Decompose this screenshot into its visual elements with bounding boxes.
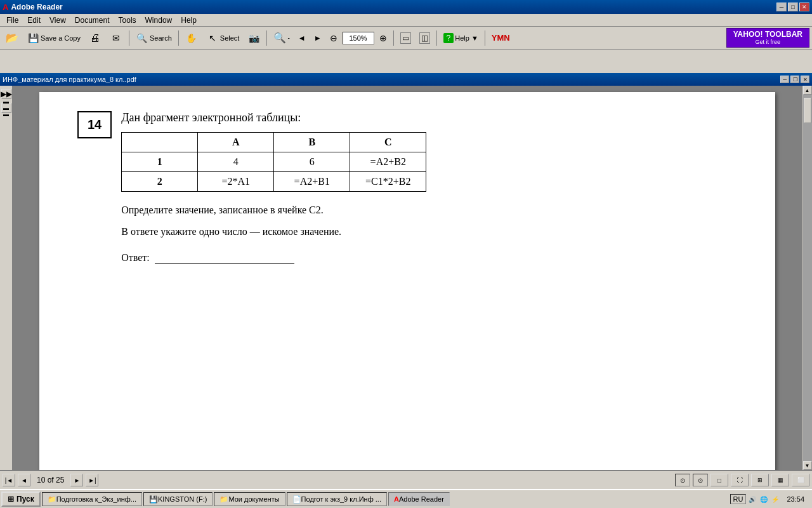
page-content: 14 Дан фрагмент электронной таблицы: A B… [39, 92, 775, 470]
zoom-prev-button[interactable]: ◄ [295, 29, 309, 47]
scroll-up-button[interactable]: ▲ [803, 86, 812, 95]
folder-icon-3: 📁 [219, 495, 228, 504]
status-fit-button[interactable]: □ [710, 474, 728, 486]
menu-bar: File Edit View Document Tools Window Hel… [0, 14, 812, 27]
taskbar-item-4[interactable]: 📄 Подгот к экз_9 кл.Инф ... [287, 492, 387, 506]
snapshot-button[interactable]: 📷 [244, 29, 263, 47]
separator3 [266, 30, 267, 46]
fit-width-button[interactable]: ◫ [416, 29, 433, 47]
zoom-plus-button[interactable]: ⊕ [376, 29, 390, 47]
open-button[interactable]: 📂 [3, 29, 22, 47]
menu-help[interactable]: Help [177, 15, 200, 26]
email-button[interactable]: ✉ [107, 29, 126, 47]
separator6 [485, 30, 485, 46]
taskbar-item-3[interactable]: 📁 Мои документы [214, 492, 285, 506]
zoom-input[interactable] [343, 32, 374, 44]
save-icon: 💾 [27, 32, 39, 44]
doc-icon-4: 📄 [292, 495, 301, 504]
fit-page-button[interactable]: ▭ [397, 29, 414, 47]
search-icon: 🔍 [136, 32, 148, 44]
zoom-next-icon: ► [314, 34, 322, 43]
question-text2: В ответе укажите одно число — искомое зн… [121, 224, 737, 240]
panel-tools: ▬▬▬ [1, 102, 12, 114]
doc-content-area: ▶▶ ▬▬▬ 14 Дан фрагмент электронной табли… [0, 86, 812, 470]
taskbar-item-2[interactable]: 💾 KINGSTON (F:) [143, 492, 213, 506]
zoom-out-button[interactable]: 🔍 - [270, 29, 292, 47]
save-copy-button[interactable]: 💾 Save a Copy [23, 29, 84, 47]
header-b: B [274, 133, 350, 152]
status-bar: |◄ ◄ 10 of 25 ► ►| ⊙ ⊙ □ ⛶ ⊞ ▦ ⬜ [0, 470, 812, 489]
title-bar-controls: ─ □ ✕ [776, 3, 809, 11]
start-button[interactable]: ⊞ Пуск [1, 491, 41, 507]
panel-expand-button[interactable]: ▶▶ [1, 89, 11, 99]
cell-b1: 6 [274, 152, 350, 172]
open-icon: 📂 [6, 32, 18, 44]
answer-underline [155, 252, 294, 264]
doc-restore-button[interactable]: ❐ [790, 76, 799, 83]
hand-tool-button[interactable]: ✋ [182, 29, 201, 47]
next-page-button[interactable]: ► [70, 474, 83, 486]
close-button[interactable]: ✕ [799, 3, 809, 11]
search-label: Search [150, 34, 172, 42]
doc-minimize-button[interactable]: ─ [780, 76, 789, 83]
question-content: Дан фрагмент электронной таблицы: A B C [121, 111, 737, 264]
scroll-down-button[interactable]: ▼ [803, 461, 812, 470]
zoom-minus-button[interactable]: ⊖ [327, 29, 341, 47]
status-last-button[interactable]: ⬜ [792, 474, 809, 486]
status-grid-button[interactable]: ▦ [771, 474, 789, 486]
right-scrollbar: ▲ ▼ [802, 86, 812, 470]
question-title: Дан фрагмент электронной таблицы: [121, 111, 737, 124]
ymn-button[interactable]: YMN [488, 29, 513, 47]
status-box1: ⊙ [675, 474, 690, 486]
prev-page-button[interactable]: ◄ [18, 474, 30, 486]
answer-label: Ответ: [121, 252, 150, 264]
print-button[interactable]: 🖨 [86, 29, 105, 47]
table-header-row: A B C [122, 133, 426, 152]
scroll-track [803, 95, 812, 461]
search-button[interactable]: 🔍 Search [133, 29, 175, 47]
minimize-button[interactable]: ─ [776, 3, 787, 11]
doc-close-button[interactable]: ✕ [801, 76, 809, 83]
yahoo-subtitle: Get it free [756, 39, 781, 46]
cursor-icon: ↖ [206, 32, 219, 44]
taskbar-item-5[interactable]: A Adobe Reader [388, 492, 450, 506]
first-page-button[interactable]: |◄ [3, 474, 15, 486]
question-text1: Определите значение, записанное в ячейке… [121, 202, 737, 218]
select-button[interactable]: ↖ Select [203, 29, 243, 47]
print-icon: 🖨 [89, 32, 102, 44]
menu-view[interactable]: View [46, 15, 70, 26]
taskbar-right: RU 🔊 🌐 ⚡ 23:54 [730, 494, 811, 504]
menu-window[interactable]: Window [141, 15, 176, 26]
tray-icon-2: 🌐 [759, 494, 769, 504]
cell-b2: =A2+B1 [274, 172, 350, 192]
status-tile-button[interactable]: ⊞ [751, 474, 769, 486]
status-fullscreen-button[interactable]: ⛶ [731, 474, 749, 486]
taskbar-label-2: KINGSTON (F:) [158, 495, 207, 503]
help-button[interactable]: ? Help ▼ [440, 29, 481, 47]
menu-edit[interactable]: Edit [23, 15, 44, 26]
zoom-minus-icon: ⊖ [330, 33, 337, 43]
cell-c1: =A2+B2 [350, 152, 426, 172]
app-title: Adobe Reader [11, 3, 62, 11]
scroll-thumb[interactable] [804, 98, 811, 123]
row2-header: 2 [122, 172, 198, 192]
adobe-icon: A [3, 3, 8, 12]
menu-document[interactable]: Document [71, 15, 114, 26]
status-right: ⊙ ⊙ □ ⛶ ⊞ ▦ ⬜ [675, 474, 809, 486]
left-panel: ▶▶ ▬▬▬ [0, 86, 13, 470]
panel-tool1[interactable]: ▬▬▬ [1, 103, 11, 113]
drive-icon: 💾 [149, 495, 158, 504]
zoom-plus-icon: ⊕ [379, 33, 387, 43]
taskbar-label-3: Мои документы [228, 495, 279, 503]
menu-tools[interactable]: Tools [115, 15, 140, 26]
fit-page-icon: ▭ [400, 32, 411, 44]
doc-title: ИНФ_материал для практикума_8 кл..pdf [3, 76, 136, 83]
menu-file[interactable]: File [3, 15, 22, 26]
tray-icon-3: ⚡ [770, 494, 780, 504]
zoom-next-button[interactable]: ► [311, 29, 325, 47]
taskbar-item-1[interactable]: 📁 Подготовка к_Экз_инф... [42, 492, 142, 506]
last-page-button[interactable]: ►| [86, 474, 98, 486]
yahoo-title: YAHOO! TOOLBAR [733, 30, 802, 39]
maximize-button[interactable]: □ [788, 3, 798, 11]
question-wrapper: 14 Дан фрагмент электронной таблицы: A B… [77, 111, 737, 264]
